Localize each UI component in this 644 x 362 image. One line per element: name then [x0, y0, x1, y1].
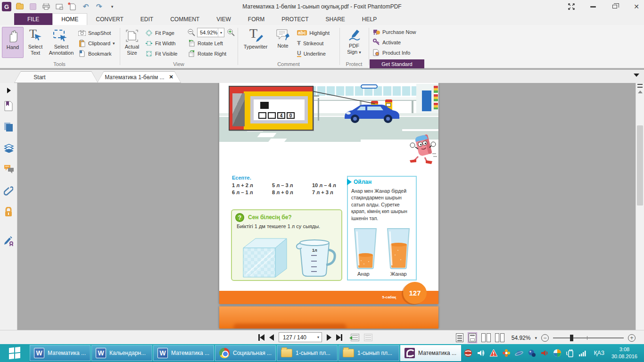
scrollbar-thumb[interactable] [637, 125, 643, 206]
zoom-in-icon[interactable] [227, 29, 235, 38]
rotate-right-button[interactable]: Rotate Right [188, 49, 226, 58]
last-page-button[interactable] [336, 334, 342, 341]
new-document-icon[interactable]: * [68, 2, 77, 11]
signatures-panel-icon[interactable] [4, 236, 14, 246]
restore-button[interactable] [610, 3, 619, 10]
antivirus-swirl-icon[interactable] [464, 349, 472, 357]
taskbar-button-word-2[interactable]: W Кальендарн... [91, 345, 152, 361]
doc-tab-start[interactable]: Start [14, 71, 98, 83]
product-info-button[interactable]: Product Info [372, 48, 410, 58]
taskbar-button-word-3[interactable]: W Математика ... [153, 345, 214, 361]
layers-panel-icon[interactable] [4, 143, 14, 153]
zoom-level-combo[interactable]: 54.92%▾ [197, 28, 224, 37]
power-plug-icon[interactable] [566, 349, 574, 357]
warning-icon[interactable] [489, 349, 498, 357]
pdf-sign-button[interactable]: PDF Sign ▾ [343, 27, 365, 58]
network-sphere-icon[interactable] [553, 349, 561, 357]
typewriter-button[interactable]: T Typewriter [240, 27, 271, 58]
zoom-in-button[interactable]: + [628, 334, 636, 342]
taskbar-button-folder-1[interactable]: 1-сынып пл... [277, 345, 338, 361]
page-number-combo[interactable]: 127 / 140▾ [279, 332, 322, 342]
taskbar-button-word-1[interactable]: W Математика ... [30, 345, 91, 361]
fit-page-button[interactable]: Fit Page [145, 28, 174, 38]
vertical-scrollbar[interactable] [636, 83, 644, 330]
continuous-view-icon[interactable] [468, 332, 477, 343]
planet-icon[interactable] [515, 349, 523, 357]
underline-button[interactable]: U Underline [297, 49, 326, 58]
fit-width-button[interactable]: Fit Width [145, 38, 175, 48]
bookmarks-panel-icon[interactable] [4, 101, 14, 111]
comments-panel-icon[interactable] [4, 165, 14, 174]
start-button[interactable] [0, 344, 29, 362]
bookmark-button[interactable]: Bookmark [78, 49, 112, 58]
tab-convert[interactable]: CONVERT [87, 13, 132, 25]
signal-bars-icon[interactable] [578, 349, 587, 357]
expand-panel-icon[interactable] [7, 87, 17, 97]
zoom-out-icon[interactable] [188, 29, 195, 38]
first-page-button[interactable] [258, 334, 264, 341]
rotate-left-button[interactable]: Rotate Left [188, 38, 223, 48]
minimize-button[interactable] [588, 3, 598, 10]
language-indicator[interactable]: ҚАЗ [591, 350, 607, 356]
tab-list-dropdown-icon[interactable] [634, 74, 639, 77]
security-panel-icon[interactable] [4, 207, 14, 217]
flower-icon[interactable] [502, 349, 511, 357]
snapshot-button[interactable]: SnapShot [78, 28, 111, 38]
activate-button[interactable]: Activate [372, 37, 401, 47]
print-icon[interactable] [41, 2, 51, 11]
continuous-facing-view-icon[interactable] [495, 333, 504, 342]
zoom-status-dropdown-icon[interactable]: ▾ [535, 336, 537, 340]
horn-speaker-icon[interactable] [540, 349, 549, 357]
scroll-up-arrow[interactable] [638, 90, 643, 93]
restore-group-icon[interactable] [567, 3, 576, 10]
attachments-panel-icon[interactable] [4, 186, 14, 196]
pages-panel-icon[interactable] [4, 122, 14, 132]
group-label-get-standard[interactable]: Get Standard [370, 59, 424, 68]
zoom-slider-thumb[interactable] [570, 335, 573, 341]
hand-tool-button[interactable]: Hand [2, 27, 24, 58]
split-view-handle[interactable] [637, 84, 643, 88]
zoom-percentage[interactable]: 54.92% [512, 335, 531, 341]
facing-view-icon[interactable] [481, 333, 491, 342]
volume-icon[interactable] [477, 349, 485, 357]
tab-protect[interactable]: PROTECT [273, 13, 317, 25]
strikeout-button[interactable]: Ŧ Strikeout [297, 38, 323, 48]
select-text-button[interactable]: T Select Text [25, 27, 46, 58]
undo-icon[interactable]: ↶ [81, 2, 91, 11]
tab-share[interactable]: SHARE [317, 13, 353, 25]
actual-size-button[interactable]: Actual Size [122, 27, 142, 58]
taskbar-button-chrome[interactable]: Социальная ... [215, 345, 276, 361]
fit-visible-button[interactable]: Fit Visible [145, 49, 177, 58]
tab-form[interactable]: FORM [239, 13, 273, 25]
open-file-icon[interactable] [15, 2, 25, 11]
tab-file[interactable]: FILE [14, 13, 52, 25]
single-page-view-icon[interactable] [456, 333, 463, 342]
tab-comment[interactable]: COMMENT [162, 13, 208, 25]
previous-page-button[interactable] [269, 334, 274, 341]
clock[interactable]: 3:08 30.08.2016 [611, 346, 639, 360]
tab-home[interactable]: HOME [52, 13, 87, 25]
zoom-out-button[interactable]: − [541, 334, 549, 342]
taskbar-button-foxit[interactable]: PDF Математика ... [400, 345, 461, 361]
tab-edit[interactable]: EDIT [132, 13, 162, 25]
tab-view[interactable]: VIEW [208, 13, 239, 25]
next-view-button[interactable] [364, 334, 372, 341]
next-page-button[interactable] [327, 334, 331, 341]
customize-toolbar-icon[interactable]: ▾ [107, 2, 117, 11]
select-annotation-button[interactable]: Select Annotation [47, 27, 75, 58]
zoom-slider[interactable] [553, 337, 624, 338]
save-icon[interactable] [28, 2, 38, 11]
highlight-button[interactable]: abc Highlight [297, 28, 330, 38]
previous-view-button[interactable] [351, 334, 359, 341]
redo-icon[interactable]: ↷ [94, 2, 104, 11]
email-icon[interactable] [55, 2, 64, 11]
close-button[interactable]: ✕ [632, 3, 641, 10]
doc-tab-close-icon[interactable]: ✕ [169, 74, 173, 80]
clipboard-button[interactable]: Clipboard ▾ [78, 38, 115, 48]
note-button[interactable]: Note [272, 27, 293, 58]
doc-tab-document[interactable]: Математика 1-бөлім ... ✕ [97, 71, 181, 83]
glove-icon[interactable] [528, 349, 536, 357]
tab-help[interactable]: HELP [354, 13, 385, 25]
purchase-now-button[interactable]: Purchase Now [372, 27, 416, 37]
taskbar-button-folder-2[interactable]: 1-сынып пл... [339, 345, 399, 361]
